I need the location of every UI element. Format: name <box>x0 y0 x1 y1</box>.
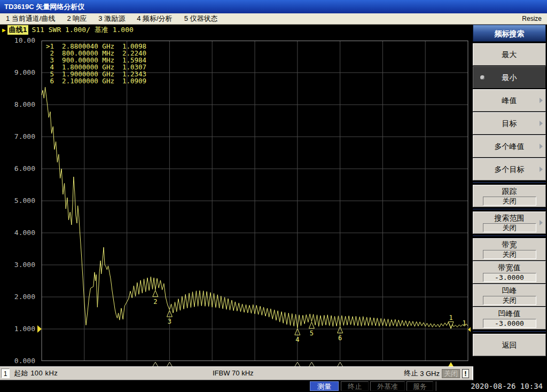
softkey-target[interactable]: 目标 <box>473 112 546 135</box>
submenu-arrow-icon <box>540 167 543 172</box>
alert-indicator[interactable]: ! <box>462 369 469 378</box>
start-label: 起始 <box>14 369 28 377</box>
softkey-notch-value[interactable]: 凹峰值-3.0000 <box>473 307 546 330</box>
trace-header: ▶ 曲线1 S11 SWR 1.000/ 基准 1.000 <box>2 26 134 34</box>
softkey-group-separator <box>473 208 546 211</box>
softkey-max[interactable]: 最大 <box>473 43 546 66</box>
submenu-arrow-icon <box>540 121 543 126</box>
softkey-peak[interactable]: 峰值 <box>473 89 546 112</box>
softkey-value-box: 关闭 <box>483 250 536 259</box>
sidebar-header: 频标搜索 <box>473 25 546 42</box>
softkey-bandwidth[interactable]: 带宽关闭 <box>473 238 546 261</box>
softkey-value-box: 关闭 <box>483 296 536 305</box>
softkey-label: 目标 <box>502 119 517 128</box>
stop-value: 3 GHz <box>420 370 440 378</box>
stop-toggle-button[interactable]: 关闭 <box>442 369 460 378</box>
active-trace-arrow-icon: ▶ <box>2 27 6 34</box>
menu-bar: 1 当前通道/曲线2 响应3 激励源4 频标/分析5 仪器状态Resize <box>0 13 547 25</box>
svg-text:1: 1 <box>449 314 452 322</box>
menu-item-stimulus[interactable]: 3 激励源 <box>92 13 131 24</box>
softkey-label: 凹峰值 <box>498 309 521 318</box>
svg-text:2: 2 <box>153 298 157 305</box>
menu-item-marker-analysis[interactable]: 4 频标/分析 <box>131 13 178 24</box>
submenu-arrow-icon <box>540 98 543 103</box>
marker-readout-table: >1 2.8800040 GHz 1.0098 2 800.00000 MHz … <box>46 43 146 84</box>
y-axis-label: 5.000 <box>4 197 35 205</box>
external-reference-button[interactable]: 外基准 <box>370 381 405 391</box>
softkey-value-box: -3.0000 <box>483 319 536 328</box>
softkey-label: 峰值 <box>502 96 517 105</box>
menu-item-resize[interactable]: Resize <box>516 13 547 24</box>
stop-frequency-group: 终止 3 GHz 关闭 ! <box>404 367 469 380</box>
radio-dot-icon <box>480 75 485 80</box>
menu-item-response[interactable]: 2 响应 <box>61 13 92 24</box>
start-frequency: 起始 100 kHz <box>14 367 58 380</box>
y-axis-label: 3.000 <box>4 261 35 269</box>
measure-status-button[interactable]: 测量 <box>310 381 339 391</box>
y-axis-label: 9.000 <box>4 69 35 76</box>
abort-button[interactable]: 终止 <box>341 381 369 391</box>
y-axis-label: 1.000 <box>4 325 35 333</box>
reference-level-left-icon[interactable] <box>37 325 42 333</box>
softkey-label: 跟踪 <box>502 187 517 196</box>
softkey-multi-peak[interactable]: 多个峰值 <box>473 135 546 158</box>
softkey-label: 带宽值 <box>498 263 521 272</box>
softkey-return[interactable]: 返回 <box>473 334 546 356</box>
menu-item-instrument-state[interactable]: 5 仪器状态 <box>178 13 224 24</box>
ifbw-readout: IFBW 70 kHz <box>213 367 254 380</box>
softkey-label: 带宽 <box>502 240 517 249</box>
chart-panel: ▶ 曲线1 S11 SWR 1.000/ 基准 1.000 10.009.000… <box>0 25 471 366</box>
svg-text:6: 6 <box>338 334 342 342</box>
softkey-search-range[interactable]: 搜索范围关闭 <box>473 211 546 234</box>
y-axis-label: 10.00 <box>4 37 35 44</box>
submenu-arrow-icon <box>540 220 543 225</box>
vna-application-window: TD3619C 矢量网络分析仪 1 当前通道/曲线2 响应3 激励源4 频标/分… <box>0 0 547 392</box>
y-axis-label: 7.000 <box>4 133 35 140</box>
softkey-sidebar: 频标搜索 最大最小峰值目标多个峰值多个目标跟踪关闭搜索范围关闭带宽关闭带宽值-3… <box>471 25 547 380</box>
softkey-tracking[interactable]: 跟踪关闭 <box>473 185 546 207</box>
softkey-notch[interactable]: 凹峰关闭 <box>473 284 546 307</box>
marker-readout-row: 6 2.1000000 GHz 1.0909 <box>46 77 146 84</box>
main-area: ▶ 曲线1 S11 SWR 1.000/ 基准 1.000 10.009.000… <box>0 25 547 366</box>
softkey-multi-target[interactable]: 多个目标 <box>473 158 546 181</box>
svg-text:4: 4 <box>295 336 299 343</box>
softkey-value-box: 关闭 <box>483 223 536 232</box>
softkey-label: 返回 <box>502 341 517 350</box>
trace-marker-2[interactable]: 2 <box>153 291 158 305</box>
active-marker-edge-label: 1 <box>462 319 466 327</box>
stop-label: 终止 <box>404 369 418 378</box>
channel-number-box: 1 <box>1 369 10 378</box>
softkey-label: 搜索范围 <box>495 214 525 223</box>
menu-item-channel-trace[interactable]: 1 当前通道/曲线 <box>0 13 61 24</box>
softkey-group-separator <box>473 181 546 184</box>
y-axis-label: 6.000 <box>4 165 35 173</box>
softkey-label: 最大 <box>502 50 517 59</box>
softkey-label: 凹峰 <box>502 286 517 295</box>
trace-format-text: S11 SWR 1.000/ 基准 1.000 <box>32 25 133 35</box>
clock: 2020-08-26 10:34 <box>471 380 543 392</box>
softkey-bandwidth-value[interactable]: 带宽值-3.0000 <box>473 261 546 284</box>
softkey-label: 最小 <box>502 73 517 82</box>
service-button[interactable]: 服务 <box>407 381 433 391</box>
softkey-group-separator <box>473 330 546 333</box>
y-axis-label: 2.000 <box>4 293 35 301</box>
plot-area[interactable]: 1123456 <box>37 41 472 370</box>
footer-divider <box>435 381 436 391</box>
trace-marker-1[interactable]: 1 <box>448 314 454 328</box>
svg-text:3: 3 <box>168 318 171 325</box>
submenu-arrow-icon <box>540 144 543 149</box>
softkey-min[interactable]: 最小 <box>473 66 546 89</box>
window-title: TD3619C 矢量网络分析仪 <box>4 3 84 11</box>
y-axis-label: 0.000 <box>4 357 35 365</box>
y-axis-label: 4.000 <box>4 229 35 237</box>
softkey-group-separator <box>473 234 546 238</box>
trace-tab[interactable]: 曲线1 <box>7 25 29 35</box>
trace-marker-5[interactable]: 5 <box>309 322 314 337</box>
softkey-label: 多个目标 <box>495 165 525 174</box>
sweep-status-bar: 1 起始 100 kHz IFBW 70 kHz 终止 3 GHz 关闭 ! <box>0 366 473 380</box>
svg-text:5: 5 <box>310 330 314 337</box>
softkey-value-box: -3.0000 <box>483 273 536 282</box>
window-title-bar: TD3619C 矢量网络分析仪 <box>0 0 547 13</box>
softkey-label: 多个峰值 <box>495 142 525 151</box>
softkey-value-box: 关闭 <box>483 197 536 206</box>
